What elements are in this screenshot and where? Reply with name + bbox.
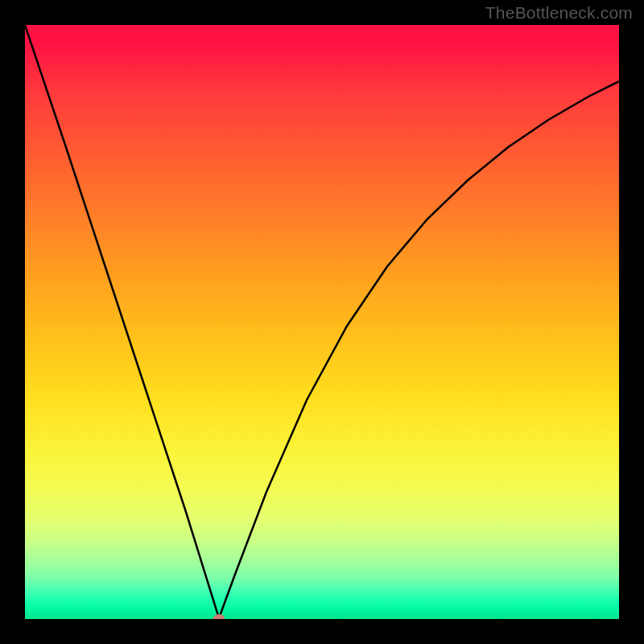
plot-area — [25, 25, 619, 619]
watermark-text: TheBottleneck.com — [485, 3, 633, 23]
bottleneck-curve-path — [25, 25, 619, 618]
minimum-marker — [213, 614, 225, 619]
bottleneck-curve-svg — [25, 25, 619, 619]
stage: TheBottleneck.com — [0, 0, 644, 644]
